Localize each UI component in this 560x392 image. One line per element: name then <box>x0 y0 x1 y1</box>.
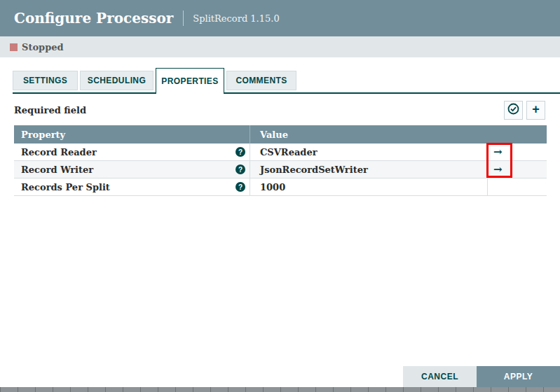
column-header-property: Property <box>14 125 250 144</box>
property-value[interactable]: JsonRecordSetWriter <box>250 161 487 178</box>
goto-service-cell[interactable]: → <box>487 144 547 160</box>
required-field-label: Required field <box>14 105 86 115</box>
tab-comments[interactable]: COMMENTS <box>226 71 296 90</box>
help-icon: ? <box>235 182 245 192</box>
configure-processor-dialog: Configure Processor SplitRecord 1.15.0 S… <box>0 0 560 392</box>
tab-bar: SETTINGS SCHEDULING PROPERTIES COMMENTS <box>13 68 560 94</box>
check-circle-icon <box>507 103 519 118</box>
help-icon: ? <box>235 164 245 174</box>
property-value[interactable]: 1000 <box>250 178 487 195</box>
tab-settings[interactable]: SETTINGS <box>13 71 78 90</box>
properties-toolbar: Required field + <box>14 100 545 120</box>
properties-table: Property Value Record Reader ? CSVReader… <box>14 125 547 196</box>
tab-underline <box>13 92 560 94</box>
property-value[interactable]: CSVReader <box>250 144 487 160</box>
status-bar: Stopped <box>0 36 560 57</box>
canvas-background-strip <box>0 387 560 392</box>
table-row-records-per-split[interactable]: Records Per Split ? 1000 <box>14 178 547 196</box>
stopped-square-icon <box>10 43 18 51</box>
goto-service-cell <box>487 178 547 195</box>
goto-service-cell[interactable]: → <box>487 161 547 178</box>
apply-button[interactable]: APPLY <box>477 366 560 387</box>
property-name: Records Per Split <box>21 182 110 192</box>
goto-arrow-icon[interactable]: → <box>493 164 503 175</box>
table-header-row: Property Value <box>14 125 547 144</box>
tab-properties[interactable]: PROPERTIES <box>156 68 224 94</box>
help-icon: ? <box>235 147 245 157</box>
tab-scheduling[interactable]: SCHEDULING <box>80 71 153 90</box>
goto-arrow-icon[interactable]: → <box>493 147 503 158</box>
property-name: Record Writer <box>21 164 93 175</box>
plus-icon: + <box>532 103 540 115</box>
table-row-record-reader[interactable]: Record Reader ? CSVReader → <box>14 144 547 161</box>
table-row-record-writer[interactable]: Record Writer ? JsonRecordSetWriter → <box>14 161 547 178</box>
status-label: Stopped <box>22 42 64 52</box>
title-divider <box>183 10 184 26</box>
dialog-header: Configure Processor SplitRecord 1.15.0 <box>0 0 560 36</box>
toolbar-icon-buttons: + <box>504 101 545 120</box>
verify-properties-button[interactable] <box>504 101 523 120</box>
processor-name-version: SplitRecord 1.15.0 <box>193 13 279 24</box>
dialog-title: Configure Processor <box>14 10 173 27</box>
property-name: Record Reader <box>21 147 97 158</box>
add-property-button[interactable]: + <box>526 101 545 120</box>
column-header-value: Value <box>250 125 487 144</box>
cancel-button[interactable]: CANCEL <box>403 366 477 387</box>
column-header-goto <box>487 125 547 144</box>
